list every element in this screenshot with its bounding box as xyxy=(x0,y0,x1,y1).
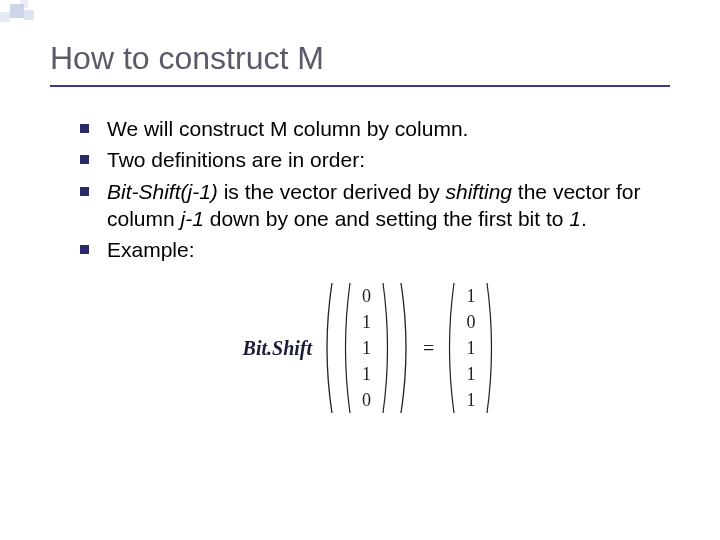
term-shifting: shifting xyxy=(445,180,512,203)
right-paren-icon xyxy=(399,281,413,415)
term-bitshift: Bit-Shift(j-1) xyxy=(107,180,218,203)
left-paren-icon xyxy=(320,281,334,415)
vector-entry: 0 xyxy=(466,313,475,331)
vector-entry: 1 xyxy=(466,365,475,383)
vector-entry: 1 xyxy=(466,391,475,409)
square-bullet-icon xyxy=(80,245,89,254)
slide-title: How to construct M xyxy=(50,40,670,87)
vector-entry: 1 xyxy=(466,339,475,357)
square-bullet-icon xyxy=(80,155,89,164)
vector-entry: 1 xyxy=(362,339,371,357)
vector-entry: 1 xyxy=(362,365,371,383)
term-j-minus-1: j-1 xyxy=(181,207,204,230)
equals-sign: = xyxy=(423,337,434,360)
vector-entry: 0 xyxy=(362,287,371,305)
vector-entry: 1 xyxy=(466,287,475,305)
bullet-text: Bit-Shift(j-1) is the vector derived by … xyxy=(107,178,660,233)
bullet-text: We will construct M column by column. xyxy=(107,115,468,142)
content-area: We will construct M column by column. Tw… xyxy=(0,97,720,415)
left-paren-icon xyxy=(340,281,352,415)
vector-entry: 1 xyxy=(362,313,371,331)
bullet-item: Two definitions are in order: xyxy=(80,146,660,173)
formula: Bit.Shift 0 1 1 1 0 = 1 0 1 1 xyxy=(80,281,660,415)
bullet-item: Bit-Shift(j-1) is the vector derived by … xyxy=(80,178,660,233)
square-bullet-icon xyxy=(80,187,89,196)
term-one: 1 xyxy=(569,207,581,230)
left-paren-icon xyxy=(444,281,456,415)
right-paren-icon xyxy=(381,281,393,415)
right-paren-icon xyxy=(485,281,497,415)
square-bullet-icon xyxy=(80,124,89,133)
bullet-text: Two definitions are in order: xyxy=(107,146,365,173)
input-vector: 0 1 1 1 0 xyxy=(358,283,375,413)
vector-entry: 0 xyxy=(362,391,371,409)
bullet-text: Example: xyxy=(107,236,195,263)
output-vector: 1 0 1 1 1 xyxy=(462,283,479,413)
bullet-item: We will construct M column by column. xyxy=(80,115,660,142)
formula-label: Bit.Shift xyxy=(243,337,312,360)
bullet-item: Example: xyxy=(80,236,660,263)
corner-decoration xyxy=(0,0,60,30)
